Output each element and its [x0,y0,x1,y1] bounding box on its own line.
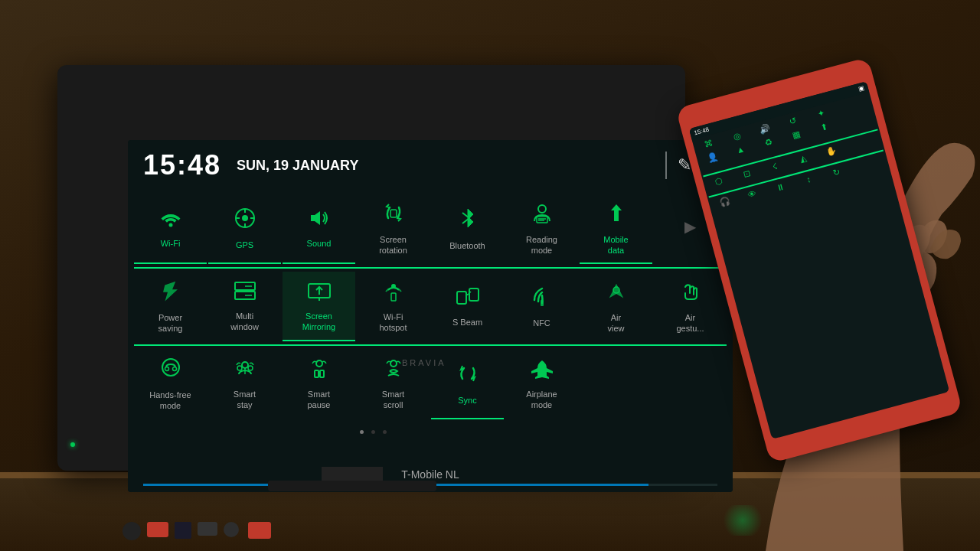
wifi-icon [159,209,182,233]
sound-icon [308,208,331,233]
bluetooth-icon [459,206,476,236]
smart-pause-icon [308,357,331,384]
edit-icon[interactable]: ✎ [678,155,691,175]
shelf-item-6 [248,522,271,539]
top-bar: 15:48 SUN, 19 JANUARY ✎ ☰ [128,140,733,191]
tv-screen: 15:48 SUN, 19 JANUARY ✎ ☰ [128,140,733,492]
indicator-dot [383,430,387,434]
svg-rect-34 [315,370,318,377]
svg-point-36 [390,360,397,367]
reading-mode-label: Readingmode [526,234,557,256]
tv-brand: BRAVIA [402,358,446,367]
shelf-items [122,522,271,540]
smart-scroll-label: Smartscroll [382,389,404,411]
toggle-airplane[interactable]: Airplanemode [505,349,578,419]
screen-mirroring-label: ScreenMirroring [302,311,335,333]
svg-marker-7 [311,211,320,225]
nfc-icon [531,285,554,313]
sound-label: Sound [307,238,332,249]
air-view-label: Airview [607,312,624,334]
toggle-bluetooth[interactable]: Bluetooth [431,194,504,264]
svg-point-0 [168,223,172,227]
svg-point-31 [237,366,242,370]
s-beam-label: S Beam [452,317,482,328]
carrier-name: T-Mobile NL [401,468,459,481]
clock-date: SUN, 19 JANUARY [237,158,358,174]
handsfree-icon [160,357,181,385]
toggle-handsfree[interactable]: Hands-freemode [134,349,207,419]
airplane-icon [530,357,554,384]
handsfree-label: Hands-freemode [149,390,191,412]
clock-time: 15:48 [143,149,221,181]
screen-mirroring-icon [307,281,332,306]
smart-scroll-icon [382,357,405,384]
toggle-screen-mirroring[interactable]: ScreenMirroring [283,272,355,342]
sync-label: Sync [458,395,476,406]
screen-rotation-label: Screenrotation [379,234,407,256]
power-saving-label: Powersaving [158,312,183,334]
air-view-icon [605,279,628,308]
green-glow [720,505,766,536]
toggle-nfc[interactable]: NFC [505,272,578,342]
multi-window-label: Multiwindow [230,311,259,333]
tv-power-led [70,442,75,447]
svg-point-9 [538,205,546,213]
toggle-row-1: Wi-Fi GPS [128,191,733,267]
smart-stay-icon [234,357,256,384]
toggle-gps[interactable]: GPS [208,194,281,264]
svg-rect-35 [320,370,324,377]
power-saving-icon [159,279,182,308]
nfc-label: NFC [533,318,550,328]
svg-rect-25 [541,300,544,306]
svg-point-22 [391,284,396,289]
toggle-air-view[interactable]: Airview [580,272,652,342]
shelf-item-1 [122,522,141,540]
toggle-smart-stay[interactable]: Smartstay [208,349,281,419]
reading-icon [531,201,554,230]
toggle-s-beam[interactable]: S Beam [431,272,504,342]
toggle-reading-mode[interactable]: Readingmode [505,194,578,264]
rotation-icon [382,201,405,230]
toggle-air-gesture[interactable]: Airgestu... [654,272,727,342]
toggle-multi-window[interactable]: Multiwindow [208,272,281,342]
list-icon[interactable]: ☰ [702,155,717,175]
toggle-screen-rotation[interactable]: Screenrotation [357,194,430,264]
toggle-wifi-hotspot[interactable]: Wi-Fihotspot [357,272,430,342]
shelf-item-5 [224,522,239,537]
bluetooth-label: Bluetooth [449,240,485,251]
svg-point-32 [248,366,253,370]
indicator-dot [371,430,375,434]
tv-indicators [70,430,675,434]
svg-point-2 [242,215,248,221]
svg-point-30 [242,362,248,368]
toggle-smart-pause[interactable]: Smartpause [283,349,355,419]
indicator-dot [360,430,364,434]
toggle-empty-2 [654,349,727,419]
svg-rect-8 [390,210,397,217]
wifi-hotspot-label: Wi-Fihotspot [379,311,407,334]
toggle-more-1[interactable]: ▶ [654,194,727,264]
tv-stand [322,467,383,482]
top-bar-icons: ✎ ☰ [665,152,717,179]
svg-rect-21 [391,293,396,301]
toggle-sound[interactable]: Sound [283,194,355,264]
wifi-hotspot-icon [382,280,405,307]
smart-pause-label: Smartpause [308,389,331,411]
gps-label: GPS [236,240,253,250]
gps-icon [234,207,256,235]
svg-rect-24 [469,289,479,301]
shelf-item-4 [198,522,217,536]
tv-stand-base [268,481,436,491]
screen-content: 15:48 SUN, 19 JANUARY ✎ ☰ [128,140,733,492]
mobile-data-label: Mobiledata [603,234,628,256]
mobile-data-icon [605,201,628,230]
toggle-mobile-data[interactable]: Mobiledata [580,194,652,264]
toggle-wifi[interactable]: Wi-Fi [134,194,207,264]
toggle-power-saving[interactable]: Powersaving [134,272,207,342]
svg-rect-23 [457,292,466,304]
airplane-label: Airplanemode [526,389,557,411]
air-gesture-label: Airgestu... [676,312,704,334]
sync-icon [456,362,479,390]
svg-point-33 [316,360,322,367]
more-icon-1: ▶ [684,217,696,236]
